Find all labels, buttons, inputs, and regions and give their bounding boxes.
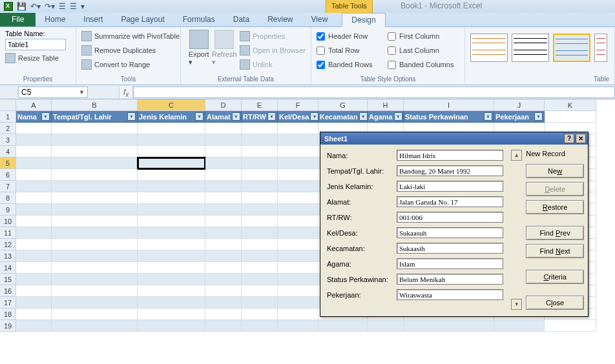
cell[interactable] (278, 216, 318, 227)
cell[interactable] (138, 239, 205, 250)
column-header[interactable]: J (494, 99, 545, 111)
cell[interactable] (16, 297, 52, 308)
export-button[interactable]: Export▾ (186, 30, 212, 66)
cell[interactable] (16, 308, 52, 320)
cell[interactable] (16, 134, 52, 146)
cell[interactable] (205, 274, 242, 285)
cell[interactable] (138, 308, 205, 320)
cell[interactable] (278, 239, 318, 250)
banded-rows-checkbox[interactable]: Banded Rows (317, 58, 388, 71)
cell[interactable] (205, 320, 242, 332)
restore-button[interactable]: Restore (526, 200, 584, 214)
table-header-cell[interactable]: Kel/Desa▼ (278, 111, 318, 123)
filter-dropdown-icon[interactable]: ▼ (267, 112, 276, 121)
cell[interactable] (205, 227, 242, 239)
cell[interactable] (545, 111, 596, 123)
cell[interactable] (16, 274, 52, 285)
cell[interactable] (16, 192, 52, 204)
cell[interactable] (138, 192, 205, 204)
cell[interactable] (318, 320, 368, 332)
cell[interactable] (278, 262, 318, 274)
qat-item[interactable]: ☰ (70, 2, 77, 11)
table-name-input[interactable] (5, 39, 66, 50)
form-input[interactable] (397, 212, 503, 223)
cell[interactable] (16, 216, 52, 227)
cell[interactable] (278, 181, 318, 192)
filter-dropdown-icon[interactable]: ▼ (534, 112, 543, 121)
cell[interactable] (242, 297, 278, 308)
cell[interactable] (205, 239, 242, 250)
cell[interactable] (278, 146, 318, 157)
cell[interactable] (205, 181, 242, 192)
help-button[interactable]: ? (564, 134, 574, 143)
row-header[interactable]: 7 (0, 181, 16, 192)
formula-input[interactable] (133, 86, 615, 98)
cell[interactable] (205, 157, 242, 169)
cell[interactable] (242, 192, 278, 204)
filter-dropdown-icon[interactable]: ▼ (195, 112, 203, 121)
column-header[interactable]: G (318, 99, 368, 111)
cell[interactable] (138, 320, 205, 332)
cell[interactable] (278, 204, 318, 216)
cell[interactable] (205, 262, 242, 274)
cell[interactable] (278, 297, 318, 308)
cell[interactable] (242, 239, 278, 250)
cell[interactable] (52, 227, 138, 239)
cell[interactable] (16, 204, 52, 216)
cell[interactable] (242, 216, 278, 227)
tab-data[interactable]: Data (224, 13, 258, 26)
cell[interactable] (242, 204, 278, 216)
filter-dropdown-icon[interactable]: ▼ (127, 112, 136, 121)
scroll-up-icon[interactable]: ▲ (511, 150, 522, 161)
close-x-button[interactable]: ✕ (576, 134, 586, 143)
row-header[interactable]: 17 (0, 297, 16, 308)
column-header[interactable]: A (16, 99, 52, 111)
cell[interactable] (52, 285, 138, 297)
cell[interactable] (242, 320, 278, 332)
form-input[interactable] (397, 258, 503, 269)
cell[interactable] (404, 320, 494, 332)
form-input[interactable] (397, 150, 503, 161)
cell[interactable] (205, 146, 242, 157)
cell[interactable] (138, 181, 205, 192)
filter-dropdown-icon[interactable]: ▼ (484, 112, 492, 121)
cell[interactable] (16, 262, 52, 274)
cell[interactable] (16, 157, 52, 169)
form-input[interactable] (397, 181, 503, 192)
redo-icon[interactable]: ↷▾ (45, 2, 55, 11)
last-column-checkbox[interactable]: Last Column (388, 44, 453, 57)
cell[interactable] (205, 297, 242, 308)
save-icon[interactable]: 💾 (17, 2, 26, 11)
table-header-cell[interactable]: RT/RW▼ (242, 111, 278, 123)
cell[interactable] (205, 204, 242, 216)
cell[interactable] (52, 181, 138, 192)
remove-duplicates-button[interactable]: Remove Duplicates (81, 44, 180, 57)
filter-dropdown-icon[interactable]: ▼ (41, 112, 50, 121)
cell[interactable] (205, 192, 242, 204)
row-header[interactable]: 8 (0, 192, 16, 204)
row-header[interactable]: 1 (0, 111, 16, 123)
find-prev-button[interactable]: Find Prev (526, 226, 584, 240)
cell[interactable] (278, 227, 318, 239)
refresh-button[interactable]: Refresh▾ (212, 30, 238, 66)
cell[interactable] (138, 134, 205, 146)
convert-range-button[interactable]: Convert to Range (81, 58, 180, 71)
form-input[interactable] (397, 289, 503, 300)
cell[interactable] (16, 227, 52, 239)
find-next-button[interactable]: Find Next (526, 244, 584, 258)
cell[interactable] (278, 285, 318, 297)
cell[interactable] (52, 123, 138, 134)
cell[interactable] (205, 123, 242, 134)
cell[interactable] (52, 216, 138, 227)
column-header[interactable]: E (242, 99, 278, 111)
tab-design[interactable]: Design (342, 13, 385, 27)
cell[interactable] (52, 262, 138, 274)
table-header-cell[interactable]: Kecamatan▼ (318, 111, 368, 123)
cell[interactable] (52, 157, 138, 169)
tab-file[interactable]: File (0, 13, 36, 26)
cell[interactable] (52, 297, 138, 308)
cell[interactable] (205, 285, 242, 297)
cell[interactable] (278, 157, 318, 169)
qat-dropdown-icon[interactable]: ▾ (81, 2, 85, 11)
cell[interactable] (545, 320, 596, 332)
